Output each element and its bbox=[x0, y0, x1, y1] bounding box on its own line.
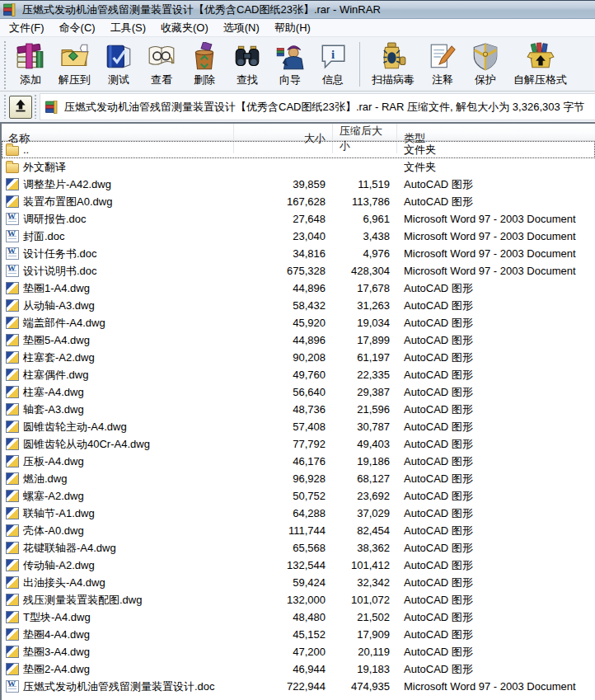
table-row[interactable]: 调整垫片-A42.dwg 39,859 11,519 AutoCAD 图形 bbox=[2, 176, 595, 193]
file-packed: 6,961 bbox=[333, 213, 397, 225]
table-row[interactable]: 残压测量装置装配图.dwg 132,000 101,072 AutoCAD 图形 bbox=[2, 591, 595, 608]
file-packed: 68,127 bbox=[333, 472, 397, 485]
file-type: AutoCAD 图形 bbox=[397, 454, 595, 469]
table-row[interactable]: 设计任务书.doc 34,816 4,976 Microsoft Word 97… bbox=[2, 245, 595, 262]
file-name: 端盖部件-A4.dwg bbox=[23, 316, 105, 331]
table-row[interactable]: 从动轴-A3.dwg 58,432 31,263 AutoCAD 图形 bbox=[2, 297, 595, 314]
wizard-button[interactable]: 向导 bbox=[269, 40, 312, 90]
menu-item-options[interactable]: 选项(N) bbox=[216, 19, 267, 37]
dwg-file-icon bbox=[6, 334, 19, 346]
info-button[interactable]: i 信息 bbox=[312, 40, 354, 90]
file-type: 文件夹 bbox=[397, 160, 595, 175]
addressbar-gripper[interactable] bbox=[3, 95, 7, 119]
file-type: AutoCAD 图形 bbox=[397, 385, 595, 400]
file-size: 132,000 bbox=[234, 594, 333, 606]
sfx-button[interactable]: 自解压格式 bbox=[507, 40, 574, 90]
file-packed: 37,029 bbox=[333, 507, 397, 519]
file-type: AutoCAD 图形 bbox=[397, 506, 595, 521]
address-field[interactable]: 压燃式发动机油管残留测量装置设计【优秀含CAD图纸23张】.rar - RAR … bbox=[40, 93, 595, 120]
wizard-icon bbox=[275, 42, 305, 72]
find-button[interactable]: 查找 bbox=[226, 40, 269, 90]
table-row[interactable]: 燃油.dwg 96,928 68,127 AutoCAD 图形 bbox=[2, 470, 595, 487]
dwg-file-icon bbox=[6, 628, 19, 641]
table-row[interactable]: 圆锥齿轮从动40Cr-A4.dwg 77,792 49,403 AutoCAD … bbox=[2, 435, 595, 453]
delete-icon bbox=[190, 42, 219, 72]
table-row[interactable]: 轴套-A3.dwg 48,736 21,596 AutoCAD 图形 bbox=[2, 401, 595, 418]
table-row[interactable]: 传动轴-A2.dwg 132,544 101,412 AutoCAD 图形 bbox=[2, 557, 595, 574]
file-name: 燃油.dwg bbox=[23, 472, 67, 486]
table-row[interactable]: .. 文件夹 bbox=[2, 141, 595, 158]
table-row[interactable]: 垫圈5-A4.dwg 44,896 17,899 AutoCAD 图形 bbox=[2, 331, 595, 349]
file-type: AutoCAD 图形 bbox=[397, 177, 595, 192]
file-packed: 82,454 bbox=[333, 524, 397, 537]
test-archive-button[interactable]: 测试 bbox=[97, 40, 140, 90]
up-button[interactable] bbox=[9, 96, 32, 119]
table-row[interactable]: 花键联轴器-A4.dwg 65,568 38,362 AutoCAD 图形 bbox=[2, 539, 595, 557]
file-size: 56,640 bbox=[234, 386, 333, 398]
view-file-button[interactable]: 查看 bbox=[140, 40, 183, 90]
table-row[interactable]: T型块-A4.dwg 48,480 21,502 AutoCAD 图形 bbox=[2, 608, 595, 626]
file-size: 77,792 bbox=[234, 438, 333, 450]
dwg-file-icon bbox=[6, 386, 19, 398]
table-row[interactable]: 壳体-A0.dwg 111,744 82,454 AutoCAD 图形 bbox=[2, 522, 595, 539]
delete-button[interactable]: 删除 bbox=[183, 40, 226, 90]
file-type: Microsoft Word 97 - 2003 Document bbox=[397, 213, 595, 225]
file-size: 44,896 bbox=[234, 334, 333, 346]
dwg-file-icon bbox=[6, 455, 19, 467]
table-row[interactable]: 螺塞-A2.dwg 50,752 23,692 AutoCAD 图形 bbox=[2, 487, 595, 505]
addressfield-gripper[interactable] bbox=[34, 95, 38, 119]
file-name: 传动轴-A2.dwg bbox=[23, 558, 95, 573]
dwg-file-icon bbox=[6, 472, 19, 485]
address-text: 压燃式发动机油管残留测量装置设计【优秀含CAD图纸23张】.rar - RAR … bbox=[64, 100, 584, 115]
table-row[interactable]: 调研报告.doc 27,648 6,961 Microsoft Word 97 … bbox=[2, 210, 595, 228]
table-row[interactable]: 外文翻译 文件夹 bbox=[2, 158, 595, 176]
protect-button[interactable]: 保护 bbox=[464, 40, 507, 90]
menu-item-tools[interactable]: 工具(S) bbox=[103, 19, 153, 37]
dwg-file-icon bbox=[6, 507, 19, 519]
dwg-file-icon bbox=[6, 369, 19, 381]
toolbar-separator bbox=[359, 42, 360, 87]
table-row[interactable]: 柱塞偶件.dwg 49,760 22,335 AutoCAD 图形 bbox=[2, 366, 595, 383]
file-packed: 428,304 bbox=[333, 265, 397, 277]
menu-item-commands[interactable]: 命令(C) bbox=[52, 19, 103, 37]
file-type: AutoCAD 图形 bbox=[397, 662, 595, 677]
table-row[interactable]: 封面.doc 23,040 3,438 Microsoft Word 97 - … bbox=[2, 228, 595, 245]
table-row[interactable]: 柱塞-A4.dwg 56,640 29,387 AutoCAD 图形 bbox=[2, 383, 595, 401]
menu-item-file[interactable]: 文件(F) bbox=[2, 19, 52, 37]
dwg-file-icon bbox=[6, 282, 19, 294]
table-row[interactable]: 垫圈4-A4.dwg 45,152 17,909 AutoCAD 图形 bbox=[2, 626, 595, 643]
table-row[interactable]: 设计说明书.doc 675,328 428,304 Microsoft Word… bbox=[2, 262, 595, 280]
toolbar-gripper[interactable] bbox=[3, 41, 7, 89]
toolbar-button-label: 测试 bbox=[108, 73, 129, 87]
toolbar: 添加 解压到 测试 查看 删除 bbox=[0, 37, 595, 92]
table-row[interactable]: 垫圈2-A4.dwg 46,944 19,183 AutoCAD 图形 bbox=[2, 660, 595, 678]
table-row[interactable]: 装置布置图A0.dwg 167,628 113,786 AutoCAD 图形 bbox=[2, 193, 595, 210]
doc-file-icon bbox=[6, 247, 19, 260]
file-size: 47,200 bbox=[234, 646, 333, 658]
file-type: AutoCAD 图形 bbox=[397, 316, 595, 331]
file-packed: 17,899 bbox=[333, 334, 397, 346]
menu-bar: 文件(F) 命令(C) 工具(S) 收藏夹(O) 选项(N) 帮助(H) bbox=[0, 19, 595, 37]
menu-item-favorites[interactable]: 收藏夹(O) bbox=[153, 19, 216, 37]
extract-to-button[interactable]: 解压到 bbox=[52, 40, 97, 90]
table-row[interactable]: 垫圈3-A4.dwg 47,200 20,119 AutoCAD 图形 bbox=[2, 643, 595, 660]
table-row[interactable]: 出油接头-A4.dwg 59,424 32,342 AutoCAD 图形 bbox=[2, 574, 595, 591]
table-row[interactable]: 压板-A4.dwg 46,176 19,186 AutoCAD 图形 bbox=[2, 453, 595, 470]
table-row[interactable]: 端盖部件-A4.dwg 45,920 19,034 AutoCAD 图形 bbox=[2, 314, 595, 331]
menu-item-help[interactable]: 帮助(H) bbox=[267, 19, 318, 37]
toolbar-button-label: 注释 bbox=[432, 73, 453, 87]
add-button[interactable]: 添加 bbox=[9, 40, 52, 90]
comment-button[interactable]: 注释 bbox=[421, 40, 464, 90]
table-row[interactable]: 压燃式发动机油管残留测量装置设计.doc 722,944 474,935 Mic… bbox=[2, 678, 595, 695]
dwg-file-icon bbox=[6, 178, 19, 190]
virus-scan-button[interactable]: 扫描病毒 bbox=[365, 40, 421, 90]
file-name: 压板-A4.dwg bbox=[23, 454, 84, 469]
file-size: 48,736 bbox=[234, 403, 333, 416]
table-row[interactable]: 圆锥齿轮主动-A4.dwg 57,408 30,787 AutoCAD 图形 bbox=[2, 418, 595, 435]
file-name: T型块-A4.dwg bbox=[23, 610, 91, 625]
toolbar-button-label: 信息 bbox=[322, 73, 344, 87]
table-row[interactable]: 联轴节-A1.dwg 64,288 37,029 AutoCAD 图形 bbox=[2, 505, 595, 522]
table-row[interactable]: 垫圈1-A4.dwg 44,896 17,678 AutoCAD 图形 bbox=[2, 280, 595, 297]
dwg-file-icon bbox=[6, 559, 19, 571]
table-row[interactable]: 柱塞套-A2.dwg 90,208 61,197 AutoCAD 图形 bbox=[2, 349, 595, 366]
